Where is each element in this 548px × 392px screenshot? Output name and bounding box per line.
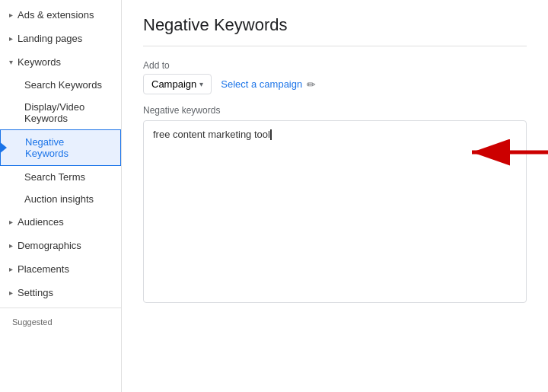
sidebar-item-audiences[interactable]: ▸ Audiences [0,210,121,234]
sidebar-item-keywords[interactable]: ▾ Keywords [0,50,121,74]
select-campaign-text: Select a campaign [221,78,302,90]
page-title: Negative Keywords [143,15,527,46]
keywords-textarea-wrapper[interactable]: free content marketing tool [143,120,527,303]
text-cursor [270,129,272,140]
sidebar-item-label: Search Terms [24,171,85,183]
select-campaign-link[interactable]: Select a campaign ✏ [221,78,316,91]
add-to-row: Campaign ▾ Select a campaign ✏ [143,74,527,94]
chevron-down-icon: ▾ [199,80,203,88]
campaign-dropdown[interactable]: Campaign ▾ [143,74,212,94]
chevron-right-icon: ▸ [9,11,13,19]
sidebar-item-search-keywords[interactable]: Search Keywords [0,74,121,96]
negative-keywords-label: Negative keywords [143,105,527,116]
sidebar-item-negative-keywords[interactable]: Negative Keywords [0,129,121,166]
sidebar-item-landing-pages[interactable]: ▸ Landing pages [0,27,121,50]
chevron-right-icon: ▸ [9,218,13,226]
add-to-label: Add to [143,60,527,71]
sidebar-item-label: Ads & extensions [18,9,94,21]
sidebar: ▸ Ads & extensions ▸ Landing pages ▾ Key… [0,0,122,392]
chevron-right-icon: ▸ [9,265,13,273]
sidebar-suggested-label: Suggested [0,311,121,330]
sidebar-divider [0,308,121,308]
edit-icon: ✏ [307,78,316,91]
campaign-dropdown-label: Campaign [151,78,196,90]
sidebar-item-search-terms[interactable]: Search Terms [0,166,121,188]
sidebar-item-label: Landing pages [18,33,82,44]
sidebar-item-demographics[interactable]: ▸ Demographics [0,234,121,257]
add-to-section: Add to Campaign ▾ Select a campaign ✏ [143,60,527,94]
sidebar-item-label: Negative Keywords [25,136,108,159]
sidebar-item-label: Auction insights [24,193,94,205]
sidebar-item-ads-extensions[interactable]: ▸ Ads & extensions [0,3,121,27]
sidebar-item-label: Demographics [18,240,81,251]
chevron-right-icon: ▸ [9,288,13,297]
chevron-right-icon: ▸ [9,241,13,250]
sidebar-item-label: Keywords [18,56,61,68]
chevron-right-icon: ▸ [9,34,13,43]
chevron-down-icon: ▾ [9,58,13,66]
sidebar-item-label: Settings [18,287,53,298]
sidebar-item-placements[interactable]: ▸ Placements [0,257,121,281]
sidebar-item-settings[interactable]: ▸ Settings [0,281,121,304]
main-content: Negative Keywords Add to Campaign ▾ Sele… [122,0,548,392]
keywords-value: free content marketing tool [153,129,270,140]
sidebar-item-display-video-keywords[interactable]: Display/Video Keywords [0,96,121,129]
sidebar-item-label: Display/Video Keywords [24,101,84,124]
sidebar-item-label: Audiences [18,216,64,228]
keywords-input[interactable]: free content marketing tool [153,129,517,140]
sidebar-item-label: Placements [18,263,69,275]
sidebar-item-label: Search Keywords [24,79,102,91]
sidebar-item-auction-insights[interactable]: Auction insights [0,188,121,210]
